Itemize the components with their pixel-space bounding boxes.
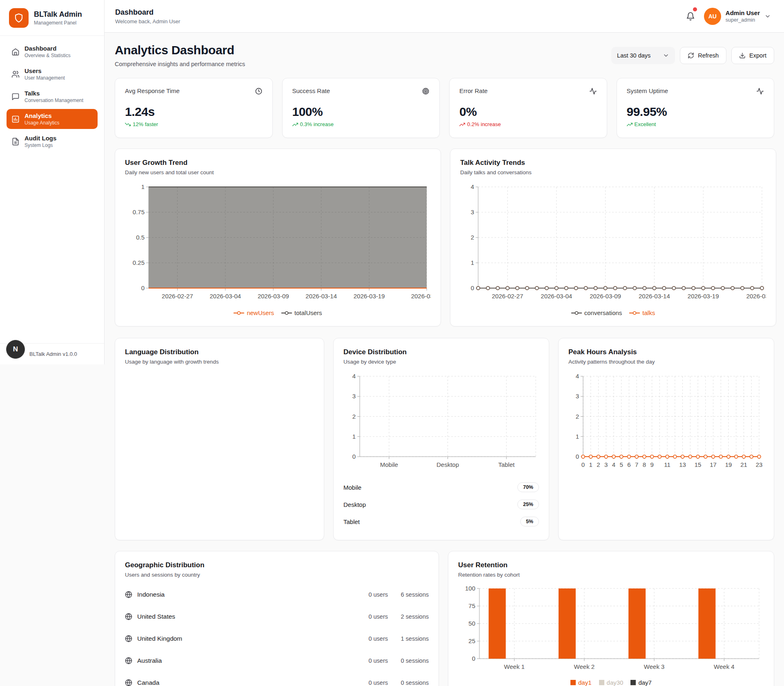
legend-label: day30 <box>607 679 624 686</box>
export-button[interactable]: Export <box>731 47 774 64</box>
card-subtitle: Retention rates by cohort <box>458 572 764 578</box>
main-content: Analytics Dashboard Comprehensive insigh… <box>105 33 784 686</box>
shield-icon <box>14 13 24 23</box>
device-list: Mobile 70% Desktop 25% Tablet 5% <box>343 479 539 530</box>
svg-text:1: 1 <box>471 259 474 266</box>
card-title: Language Distribution <box>125 348 314 356</box>
device-percentage-badge: 70% <box>517 482 539 492</box>
sidebar-item-sub: User Management <box>24 75 65 81</box>
user-name: Admin User <box>726 9 760 16</box>
country-sessions: 0 sessions <box>392 679 429 686</box>
country-sessions: 0 sessions <box>392 657 429 664</box>
globe-icon <box>125 613 132 620</box>
stat-card-avg-response-time: Avg Response Time 1.24s 12% faster <box>115 78 273 138</box>
device-row: Mobile 70% <box>343 479 539 496</box>
svg-text:2026-03-19: 2026-03-19 <box>688 293 719 300</box>
svg-text:0: 0 <box>472 655 475 662</box>
download-icon <box>739 52 746 59</box>
stat-trend-text: Excellent <box>635 121 656 127</box>
country-sessions: 1 sessions <box>392 635 429 642</box>
stat-trend-text: 0.3% increase <box>300 121 334 127</box>
card-title: User Growth Trend <box>125 159 431 167</box>
user-retention-chart: 0255075100Week 1Week 2Week 3Week 4day1da… <box>458 585 764 686</box>
page-title: Analytics Dashboard <box>115 43 245 57</box>
geographic-distribution-card: Geographic Distribution Users and sessio… <box>115 551 439 686</box>
stat-title: Avg Response Time <box>125 87 180 94</box>
brand-logo <box>9 8 29 28</box>
sidebar-item-sub: Usage Analytics <box>24 120 59 126</box>
country-users: 0 users <box>359 613 388 620</box>
svg-text:21: 21 <box>740 461 747 468</box>
stats-row: Avg Response Time 1.24s 12% faster Succe… <box>115 78 774 138</box>
user-growth-card: User Growth Trend Daily new users and to… <box>115 149 441 326</box>
device-label: Tablet <box>343 518 360 525</box>
dev-tools-badge[interactable]: N <box>6 340 25 359</box>
date-range-value: Last 30 days <box>617 52 650 59</box>
geo-row: Indonesia 0 users 6 sessions <box>125 584 429 606</box>
country-users: 0 users <box>359 635 388 642</box>
svg-text:5: 5 <box>620 461 623 468</box>
svg-text:23: 23 <box>756 461 763 468</box>
svg-text:2026-03-04: 2026-03-04 <box>541 293 572 300</box>
svg-text:Mobile: Mobile <box>380 461 398 468</box>
svg-text:13: 13 <box>679 461 686 468</box>
bar-chart-icon <box>11 115 20 123</box>
svg-text:100: 100 <box>465 585 475 592</box>
svg-text:6: 6 <box>627 461 630 468</box>
country-users: 0 users <box>359 657 388 664</box>
chart-legend: newUserstotalUsers <box>125 309 431 316</box>
svg-text:Tablet: Tablet <box>498 461 515 468</box>
device-distribution-chart: 01234MobileDesktopTablet <box>343 372 539 472</box>
card-subtitle: Daily talks and conversations <box>460 169 766 175</box>
sidebar-item-sub: Conversation Management <box>24 98 83 103</box>
header-title: Dashboard <box>115 8 180 17</box>
brand-subtitle: Management Panel <box>34 20 82 26</box>
svg-text:7: 7 <box>635 461 638 468</box>
trending-up-icon <box>292 122 298 127</box>
svg-text:3: 3 <box>471 209 474 215</box>
sidebar-item-label: Audit Logs <box>24 135 56 142</box>
sidebar-item-talks[interactable]: Talks Conversation Management <box>7 87 98 107</box>
svg-text:2026-03-14: 2026-03-14 <box>305 293 337 300</box>
country-users: 0 users <box>359 591 388 598</box>
svg-text:2026-03-09: 2026-03-09 <box>258 293 289 300</box>
user-menu[interactable]: AU Admin User super_admin <box>704 8 771 25</box>
svg-text:0.75: 0.75 <box>133 209 145 215</box>
svg-text:2026-02-27: 2026-02-27 <box>492 293 523 300</box>
legend-label: day7 <box>638 679 652 686</box>
sidebar-item-analytics[interactable]: Analytics Usage Analytics <box>7 109 98 129</box>
svg-text:0: 0 <box>471 284 474 291</box>
talk-activity-chart: 012342026-02-272026-03-042026-03-092026-… <box>460 183 766 316</box>
country-name: Indonesia <box>137 591 165 598</box>
svg-text:2026-03-25: 2026-03-25 <box>411 293 431 300</box>
svg-text:1: 1 <box>576 433 579 440</box>
card-subtitle: Daily new users and total user count <box>125 169 431 175</box>
date-range-select[interactable]: Last 30 days <box>611 47 675 64</box>
refresh-button[interactable]: Refresh <box>680 47 726 64</box>
device-row: Tablet 5% <box>343 513 539 530</box>
svg-text:Week 3: Week 3 <box>644 663 665 670</box>
legend-label: conversations <box>584 309 622 316</box>
sidebar-item-dashboard[interactable]: Dashboard Overview & Statistics <box>7 42 98 62</box>
sidebar-item-users[interactable]: Users User Management <box>7 64 98 84</box>
sidebar-item-label: Analytics <box>24 112 59 119</box>
stat-value: 100% <box>292 105 430 119</box>
device-label: Mobile <box>343 484 361 491</box>
svg-text:3: 3 <box>604 461 608 468</box>
notifications-button[interactable] <box>686 12 695 21</box>
sidebar-item-label: Users <box>24 67 65 74</box>
svg-text:19: 19 <box>725 461 732 468</box>
device-label: Desktop <box>343 501 366 508</box>
country-name: United Kingdom <box>137 635 182 642</box>
legend-item: totalUsers <box>281 309 322 316</box>
chevron-down-icon <box>764 13 771 20</box>
geo-row: Canada 0 users 0 sessions <box>125 672 429 686</box>
user-growth-chart: 00.250.50.7512026-02-272026-03-042026-03… <box>125 183 431 316</box>
sidebar-item-audit-logs[interactable]: Audit Logs System Logs <box>7 131 98 151</box>
device-percentage-badge: 25% <box>517 500 539 509</box>
legend-item: day7 <box>630 679 652 686</box>
svg-text:75: 75 <box>468 602 475 609</box>
globe-icon <box>125 657 132 664</box>
device-percentage-badge: 5% <box>520 517 539 526</box>
sidebar-item-label: Talks <box>24 90 83 97</box>
